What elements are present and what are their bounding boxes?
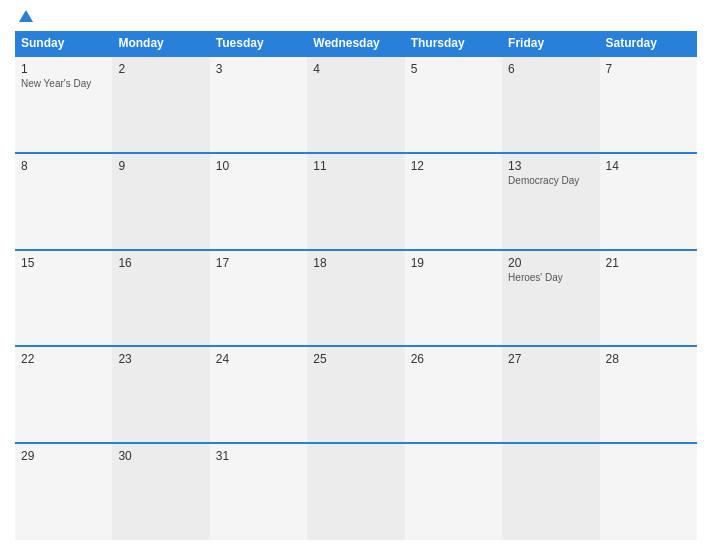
day-header-wednesday: Wednesday [307, 31, 404, 56]
calendar-container: SundayMondayTuesdayWednesdayThursdayFrid… [0, 0, 712, 550]
date-number: 2 [118, 62, 203, 76]
day-header-sunday: Sunday [15, 31, 112, 56]
date-number: 15 [21, 256, 106, 270]
date-number: 10 [216, 159, 301, 173]
calendar-table: SundayMondayTuesdayWednesdayThursdayFrid… [15, 31, 697, 540]
date-number: 29 [21, 449, 106, 463]
date-number: 23 [118, 352, 203, 366]
days-header-row: SundayMondayTuesdayWednesdayThursdayFrid… [15, 31, 697, 56]
date-number: 20 [508, 256, 593, 270]
calendar-cell: 12 [405, 153, 502, 250]
calendar-cell: 9 [112, 153, 209, 250]
week-row-1: 1New Year's Day234567 [15, 56, 697, 153]
calendar-cell [502, 443, 599, 540]
calendar-cell: 22 [15, 346, 112, 443]
calendar-cell [405, 443, 502, 540]
holiday-label: Democracy Day [508, 175, 593, 186]
holiday-label: Heroes' Day [508, 272, 593, 283]
calendar-cell: 8 [15, 153, 112, 250]
calendar-cell: 13Democracy Day [502, 153, 599, 250]
date-number: 27 [508, 352, 593, 366]
date-number: 31 [216, 449, 301, 463]
calendar-thead: SundayMondayTuesdayWednesdayThursdayFrid… [15, 31, 697, 56]
day-header-monday: Monday [112, 31, 209, 56]
week-row-4: 22232425262728 [15, 346, 697, 443]
date-number: 21 [606, 256, 691, 270]
date-number: 9 [118, 159, 203, 173]
calendar-cell: 20Heroes' Day [502, 250, 599, 347]
week-row-3: 151617181920Heroes' Day21 [15, 250, 697, 347]
calendar-cell: 16 [112, 250, 209, 347]
week-row-5: 293031 [15, 443, 697, 540]
date-number: 24 [216, 352, 301, 366]
date-number: 18 [313, 256, 398, 270]
date-number: 11 [313, 159, 398, 173]
day-header-saturday: Saturday [600, 31, 697, 56]
calendar-cell: 1New Year's Day [15, 56, 112, 153]
calendar-cell: 28 [600, 346, 697, 443]
calendar-cell: 23 [112, 346, 209, 443]
calendar-cell: 26 [405, 346, 502, 443]
calendar-cell: 11 [307, 153, 404, 250]
date-number: 8 [21, 159, 106, 173]
day-header-tuesday: Tuesday [210, 31, 307, 56]
calendar-cell: 17 [210, 250, 307, 347]
calendar-cell: 30 [112, 443, 209, 540]
date-number: 7 [606, 62, 691, 76]
date-number: 4 [313, 62, 398, 76]
logo [15, 10, 33, 23]
week-row-2: 8910111213Democracy Day14 [15, 153, 697, 250]
date-number: 12 [411, 159, 496, 173]
holiday-label: New Year's Day [21, 78, 106, 89]
calendar-cell [600, 443, 697, 540]
calendar-cell: 31 [210, 443, 307, 540]
calendar-cell: 5 [405, 56, 502, 153]
calendar-cell: 24 [210, 346, 307, 443]
calendar-cell: 21 [600, 250, 697, 347]
day-header-friday: Friday [502, 31, 599, 56]
calendar-header [15, 10, 697, 23]
calendar-tbody: 1New Year's Day2345678910111213Democracy… [15, 56, 697, 540]
calendar-cell: 19 [405, 250, 502, 347]
date-number: 25 [313, 352, 398, 366]
calendar-cell: 14 [600, 153, 697, 250]
day-header-thursday: Thursday [405, 31, 502, 56]
date-number: 6 [508, 62, 593, 76]
calendar-cell: 25 [307, 346, 404, 443]
date-number: 5 [411, 62, 496, 76]
calendar-cell: 15 [15, 250, 112, 347]
date-number: 3 [216, 62, 301, 76]
date-number: 13 [508, 159, 593, 173]
calendar-cell: 29 [15, 443, 112, 540]
date-number: 22 [21, 352, 106, 366]
date-number: 28 [606, 352, 691, 366]
logo-triangle-icon [19, 10, 33, 22]
calendar-cell: 10 [210, 153, 307, 250]
date-number: 16 [118, 256, 203, 270]
calendar-cell: 2 [112, 56, 209, 153]
date-number: 14 [606, 159, 691, 173]
calendar-cell: 4 [307, 56, 404, 153]
logo-blue-row [15, 10, 33, 23]
date-number: 17 [216, 256, 301, 270]
calendar-cell [307, 443, 404, 540]
date-number: 26 [411, 352, 496, 366]
date-number: 30 [118, 449, 203, 463]
calendar-cell: 27 [502, 346, 599, 443]
calendar-cell: 7 [600, 56, 697, 153]
calendar-cell: 18 [307, 250, 404, 347]
date-number: 19 [411, 256, 496, 270]
date-number: 1 [21, 62, 106, 76]
calendar-cell: 3 [210, 56, 307, 153]
calendar-cell: 6 [502, 56, 599, 153]
